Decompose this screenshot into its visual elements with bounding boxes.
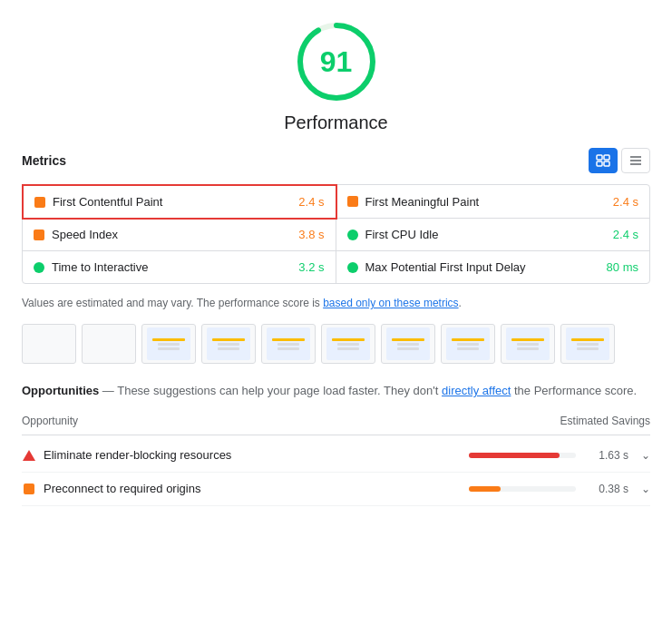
metric-item: Speed Index 3.8 s — [23, 219, 336, 251]
opp-bar-track — [469, 486, 576, 492]
score-section: 91 Performance — [22, 18, 650, 133]
opp-bar-area: 0.38 s ⌄ — [469, 483, 650, 495]
score-value: 91 — [320, 45, 353, 79]
opp-icon — [22, 448, 36, 463]
list-view-button[interactable] — [621, 148, 650, 173]
thumbnail-item[interactable] — [321, 324, 375, 364]
thumbnail-item[interactable] — [441, 324, 495, 364]
opp-bar-track — [469, 453, 576, 458]
svg-rect-5 — [604, 161, 609, 166]
metric-dot — [347, 196, 358, 207]
thumbnail-preview — [267, 327, 310, 360]
thumbnail-item[interactable] — [82, 324, 136, 364]
metric-dot — [34, 262, 44, 273]
warning-icon — [23, 450, 35, 461]
opp-bar-fill — [469, 486, 501, 492]
opportunity-item[interactable]: Eliminate render-blocking resources 1.63… — [22, 439, 650, 473]
opp-name: Preconnect to required origins — [44, 482, 469, 495]
metric-dot — [347, 262, 358, 273]
metrics-title: Metrics — [22, 153, 66, 168]
metric-name: Speed Index — [52, 228, 298, 241]
chevron-down-icon: ⌄ — [641, 483, 650, 495]
info-icon — [24, 484, 34, 494]
svg-rect-2 — [597, 155, 602, 160]
metrics-grid: First Contentful Paint 2.4 s First Meani… — [22, 184, 650, 284]
thumbnail-preview — [207, 327, 250, 360]
metric-dot — [347, 230, 358, 240]
thumbnail-preview — [147, 327, 190, 360]
metric-dot — [34, 197, 45, 208]
opp-bar-fill — [469, 453, 560, 458]
thumbnail-preview — [446, 327, 490, 360]
thumbnail-item[interactable] — [501, 324, 555, 364]
opp-savings: 0.38 s — [583, 483, 628, 495]
chevron-down-icon: ⌄ — [641, 449, 650, 462]
opp-savings: 1.63 s — [583, 449, 628, 462]
thumbnail-preview — [566, 327, 609, 360]
metric-value: 2.4 s — [298, 195, 324, 209]
view-toggle — [589, 148, 650, 173]
metric-item: First Meaningful Paint 2.4 s — [336, 185, 650, 219]
opportunity-item[interactable]: Preconnect to required origins 0.38 s ⌄ — [22, 473, 650, 506]
thumbnail-item[interactable] — [201, 324, 256, 364]
thumbnail-item[interactable] — [141, 324, 196, 364]
metric-name: Time to Interactive — [52, 260, 298, 274]
metric-item: First CPU Idle 2.4 s — [336, 219, 650, 251]
metric-value: 2.4 s — [613, 228, 638, 241]
opportunities-header: Opportunities — These suggestions can he… — [22, 382, 650, 400]
metrics-link[interactable]: based only on these metrics — [323, 297, 458, 309]
directly-affect-link[interactable]: directly affect — [442, 384, 511, 397]
metric-value: 2.4 s — [613, 195, 638, 209]
svg-rect-4 — [597, 161, 602, 166]
svg-rect-3 — [604, 155, 609, 160]
metric-dot — [34, 230, 44, 240]
opp-icon — [22, 482, 36, 496]
metric-value: 3.2 s — [298, 260, 324, 274]
opp-col-opportunity: Opportunity — [22, 415, 78, 427]
thumbnail-item[interactable] — [261, 324, 316, 364]
opp-bar-area: 1.63 s ⌄ — [469, 449, 650, 462]
performance-label: Performance — [284, 112, 388, 133]
thumbnail-preview — [386, 327, 430, 360]
opp-table-header: Opportunity Estimated Savings — [22, 411, 650, 435]
metric-name: First Meaningful Paint — [365, 195, 613, 209]
metric-name: Max Potential First Input Delay — [365, 260, 607, 274]
info-text: Values are estimated and may vary. The p… — [22, 295, 650, 311]
metric-item: Max Potential First Input Delay 80 ms — [336, 251, 650, 283]
thumbnail-item[interactable] — [22, 324, 76, 364]
metrics-header: Metrics — [22, 148, 650, 173]
thumbnail-item[interactable] — [560, 324, 615, 364]
metric-name: First CPU Idle — [365, 228, 613, 241]
opp-col-savings: Estimated Savings — [560, 415, 650, 427]
opportunities-list: Eliminate render-blocking resources 1.63… — [22, 439, 650, 506]
metric-item: First Contentful Paint 2.4 s — [22, 184, 337, 220]
metric-item: Time to Interactive 3.2 s — [23, 251, 336, 283]
thumbnail-preview — [506, 327, 550, 360]
thumbnail-item[interactable] — [381, 324, 435, 364]
score-circle: 91 — [293, 18, 380, 105]
thumbnail-preview — [326, 327, 370, 360]
metric-name: First Contentful Paint — [53, 195, 298, 209]
thumbnails-strip — [22, 324, 650, 364]
grid-view-button[interactable] — [589, 148, 618, 173]
metric-value: 3.8 s — [298, 228, 324, 241]
opportunities-title: Opportunities — [22, 384, 99, 397]
metric-value: 80 ms — [607, 260, 638, 274]
opp-name: Eliminate render-blocking resources — [44, 448, 469, 462]
